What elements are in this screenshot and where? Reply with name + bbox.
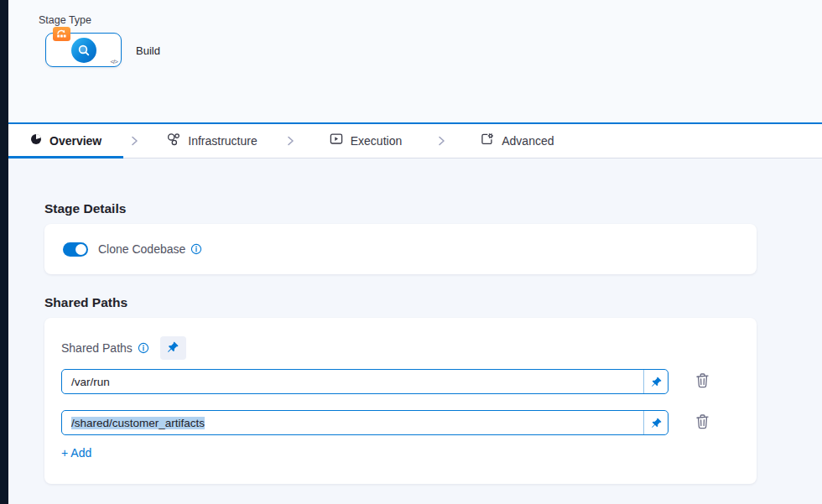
tab-label: Execution (351, 134, 402, 148)
delete-path-button[interactable] (695, 372, 710, 392)
clone-codebase-label: Clone Codebase (98, 242, 185, 256)
stage-type-label: Stage Type (39, 14, 91, 26)
stage-config-page: Stage Type </> Build (0, 0, 822, 504)
delete-path-button[interactable] (695, 413, 710, 433)
tab-infrastructure[interactable]: Infrastructure (145, 124, 278, 158)
shared-path-value: /var/run (71, 376, 110, 388)
stage-type-value: Build (136, 44, 160, 57)
overview-icon (30, 133, 42, 148)
code-icon: </> (110, 58, 117, 65)
shared-path-input[interactable]: /var/run (61, 369, 669, 394)
build-stage-icon (71, 38, 96, 63)
info-icon[interactable] (138, 342, 149, 354)
shared-paths-pin-button[interactable] (160, 336, 186, 360)
chevron-right-icon (284, 124, 296, 158)
add-path-button[interactable]: + Add (61, 446, 91, 460)
stage-type-section: Stage Type </> Build (8, 0, 822, 122)
stage-tab-bar: Overview Infrastructure Execution (8, 122, 822, 158)
left-dark-strip (0, 0, 8, 504)
shared-paths-card: Shared Paths (44, 318, 757, 484)
chevron-right-icon (128, 124, 140, 158)
ci-module-badge-icon (53, 27, 70, 41)
shared-path-row: /shared/customer_artifacts (61, 410, 757, 435)
execution-icon (330, 132, 343, 149)
runtime-input-pin-button[interactable] (643, 370, 668, 393)
shared-paths-title: Shared Paths (44, 295, 822, 310)
trash-icon (695, 413, 710, 433)
runtime-input-pin-button[interactable] (643, 411, 668, 434)
trash-icon (695, 372, 710, 392)
shared-path-value: /shared/customer_artifacts (71, 417, 205, 429)
shared-path-row: /var/run (61, 369, 757, 394)
advanced-icon (481, 132, 494, 149)
toggle-knob (75, 244, 86, 255)
shared-paths-field-label-row: Shared Paths (61, 336, 757, 360)
infrastructure-icon (167, 132, 180, 149)
pin-icon (167, 341, 179, 356)
tab-label: Overview (49, 134, 101, 148)
shared-paths-field-label: Shared Paths (61, 341, 133, 355)
tab-label: Advanced (502, 134, 554, 148)
tab-execution[interactable]: Execution (301, 124, 430, 158)
clone-codebase-toggle[interactable] (63, 242, 88, 257)
shared-path-input[interactable]: /shared/customer_artifacts (61, 410, 669, 435)
tab-label: Infrastructure (188, 134, 257, 148)
stage-type-card[interactable]: </> (45, 33, 122, 67)
stage-details-card: Clone Codebase (44, 224, 757, 274)
overview-tab-content: Stage Details Clone Codebase Shared Path… (8, 158, 822, 504)
info-icon[interactable] (190, 243, 202, 255)
chevron-right-icon (435, 124, 447, 158)
stage-details-title: Stage Details (44, 201, 822, 216)
tab-advanced[interactable]: Advanced (452, 124, 582, 158)
tab-overview[interactable]: Overview (8, 124, 123, 158)
